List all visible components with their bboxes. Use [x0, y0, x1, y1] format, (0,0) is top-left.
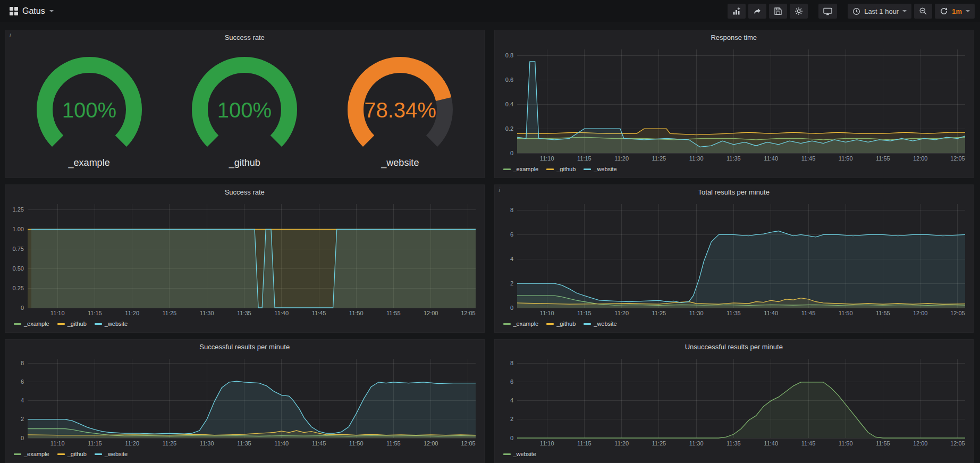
legend-swatch — [57, 453, 65, 455]
y-tick-label: 0.2 — [505, 125, 513, 132]
legend-item-_github[interactable]: _github — [546, 166, 576, 172]
panel-title[interactable]: Unsuccessful results per minute — [495, 340, 974, 354]
legend-item-_github[interactable]: _github — [546, 321, 576, 327]
dashboard-title[interactable]: Gatus — [22, 6, 54, 16]
y-tick-label: 2 — [510, 416, 513, 422]
legend-item-_website[interactable]: _website — [584, 321, 616, 327]
chart-area: 00.20.40.60.811:1011:1511:2011:2511:3011… — [498, 45, 970, 163]
y-tick-label: 0.25 — [13, 285, 24, 291]
dashboards-grid-icon — [10, 7, 18, 15]
legend-swatch — [503, 169, 511, 170]
gauge-label: _github — [229, 157, 260, 169]
x-tick-label: 11:35 — [726, 440, 741, 447]
refresh-button[interactable]: 1m — [935, 4, 975, 19]
y-tick-label: 0 — [21, 305, 24, 311]
add-panel-button[interactable] — [728, 4, 746, 19]
y-tick-label: 0 — [510, 305, 513, 311]
legend-item-_website[interactable]: _website — [95, 321, 128, 327]
x-tick-label: 12:00 — [424, 440, 438, 447]
panel-title[interactable]: Success rate — [5, 30, 484, 45]
time-range-label: Last 1 hour — [864, 7, 899, 15]
legend-item-_example[interactable]: _example — [14, 321, 49, 327]
legend-swatch — [503, 323, 511, 325]
x-tick-label: 11:40 — [764, 310, 778, 316]
legend-swatch — [57, 323, 65, 325]
legend-item-_example[interactable]: _example — [503, 321, 539, 327]
panel-success-rate-gauges: i Success rate 100%_example100%_github78… — [5, 30, 485, 178]
legend-label: _website — [105, 321, 128, 327]
x-tick-label: 11:45 — [312, 310, 326, 316]
gauge-_github[interactable]: 100%_github — [173, 54, 316, 169]
y-tick-label: 0 — [21, 435, 24, 441]
x-tick-label: 12:00 — [424, 310, 438, 316]
x-tick-label: 11:20 — [614, 155, 629, 162]
x-tick-label: 12:05 — [461, 440, 476, 447]
x-tick-label: 11:15 — [577, 440, 592, 447]
y-tick-label: 8 — [510, 207, 513, 213]
chart-legend: _example_github_website — [5, 318, 484, 332]
dashboard-grid: i Success rate 100%_example100%_github78… — [0, 22, 980, 463]
panel-title[interactable]: Success rate — [5, 185, 484, 199]
legend-item-_example[interactable]: _example — [14, 451, 49, 457]
cycle-view-button[interactable] — [818, 4, 837, 19]
x-tick-label: 11:40 — [764, 155, 778, 162]
legend-label: _github — [67, 451, 87, 457]
panel-title[interactable]: Successful results per minute — [5, 340, 484, 354]
settings-button[interactable] — [790, 4, 808, 19]
panel-total-results: i Total results per minute 0246811:1011:… — [494, 184, 974, 333]
success-rate-chart[interactable]: 00.250.500.751.001.2511:1011:1511:2011:2… — [9, 199, 481, 318]
time-range-button[interactable]: Last 1 hour — [848, 4, 911, 19]
y-tick-label: 0.4 — [505, 101, 513, 107]
legend-item-_website[interactable]: _website — [503, 451, 536, 457]
gauge-value: 78.34% — [364, 98, 436, 122]
chart-legend: _example_github_website — [495, 163, 974, 178]
dashboards-menu-button[interactable] — [5, 7, 22, 15]
gauge-arc: 100% — [173, 54, 316, 161]
panel-info-icon[interactable]: i — [496, 186, 503, 194]
gauge-_example[interactable]: 100%_example — [18, 54, 161, 169]
add-panel-icon — [732, 7, 741, 15]
y-tick-label: 8 — [21, 360, 24, 366]
total-results-chart[interactable]: 0246811:1011:1511:2011:2511:3011:3511:40… — [498, 199, 970, 318]
x-tick-label: 11:30 — [200, 310, 214, 316]
unsuccessful-results-chart[interactable]: 0246811:1011:1511:2011:2511:3011:3511:40… — [498, 354, 970, 448]
legend-label: _github — [556, 166, 576, 172]
legend-item-_github[interactable]: _github — [57, 451, 87, 457]
panel-title[interactable]: Total results per minute — [495, 185, 974, 199]
share-button[interactable] — [748, 4, 766, 19]
y-tick-label: 8 — [510, 360, 513, 366]
legend-label: _example — [513, 166, 539, 172]
legend-item-_github[interactable]: _github — [57, 321, 87, 327]
panel-info-icon[interactable]: i — [7, 31, 13, 39]
legend-label: _website — [594, 321, 616, 327]
gauge-label: _example — [69, 157, 110, 169]
panel-success-rate-timeseries: Success rate 00.250.500.751.001.2511:101… — [5, 184, 485, 333]
successful-results-chart[interactable]: 0246811:1011:1511:2011:2511:3011:3511:40… — [9, 354, 481, 448]
chart-legend: _example_github_website — [495, 318, 974, 332]
x-tick-label: 11:50 — [838, 440, 852, 447]
chevron-down-icon — [49, 10, 54, 12]
x-tick-label: 11:15 — [577, 155, 592, 162]
series-fill-_website — [31, 229, 476, 308]
panel-title[interactable]: Response time — [495, 30, 974, 45]
x-tick-label: 11:25 — [652, 310, 666, 316]
legend-item-_website[interactable]: _website — [584, 166, 616, 172]
x-tick-label: 11:35 — [237, 310, 251, 316]
y-tick-label: 1.00 — [13, 226, 24, 232]
response-time-chart[interactable]: 00.20.40.60.811:1011:1511:2011:2511:3011… — [498, 45, 970, 163]
legend-item-_example[interactable]: _example — [503, 166, 539, 172]
save-button[interactable] — [769, 4, 787, 19]
gauge-arc: 100% — [18, 54, 161, 161]
clock-icon — [852, 7, 860, 15]
x-tick-label: 11:25 — [652, 440, 666, 447]
chart-area: 0246811:1011:1511:2011:2511:3011:3511:40… — [498, 354, 970, 448]
legend-swatch — [584, 323, 591, 325]
x-tick-label: 12:00 — [913, 440, 927, 447]
zoom-out-button[interactable] — [914, 4, 932, 19]
x-tick-label: 12:00 — [913, 310, 927, 316]
x-tick-label: 11:35 — [726, 310, 741, 316]
gauge-_website[interactable]: 78.34%_website — [328, 54, 472, 169]
x-tick-label: 11:10 — [50, 310, 65, 316]
y-tick-label: 6 — [21, 378, 24, 385]
legend-item-_website[interactable]: _website — [95, 451, 128, 457]
